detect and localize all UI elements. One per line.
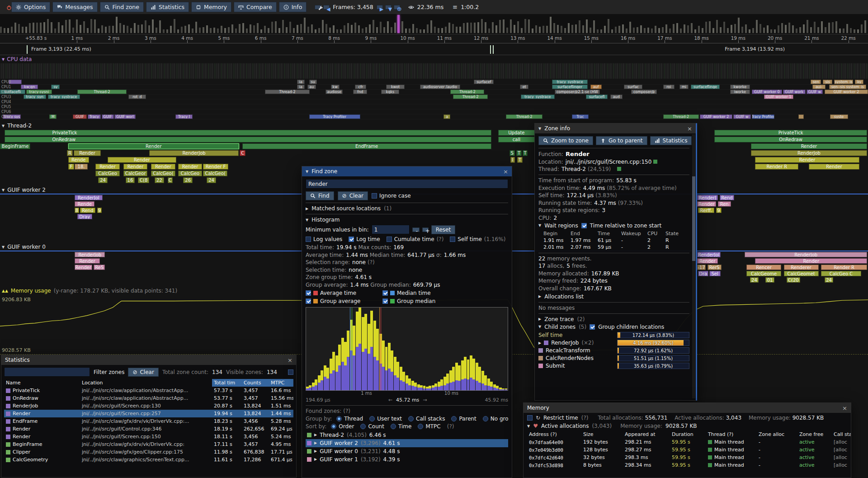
- cpu-zone[interactable]: GUIF: [73, 114, 87, 119]
- messages-button[interactable]: Messages: [52, 2, 97, 12]
- thread-value[interactable]: Thread-2: [561, 166, 586, 172]
- count-radio[interactable]: [360, 424, 366, 429]
- zone[interactable]: T: [523, 150, 528, 156]
- zone[interactable]: Update: [498, 130, 535, 136]
- zone[interactable]: CalcGeo(: [203, 170, 227, 176]
- cpu-zone[interactable]: kwot: [386, 85, 404, 89]
- cpu-zone[interactable]: a: [443, 114, 450, 119]
- memory-usage-header[interactable]: ▲▲ Memory usage (y-range: 178.27 KB, vis…: [2, 288, 177, 294]
- cpu-zone[interactable]: ia: [297, 80, 305, 84]
- zone[interactable]: RenderJob: [751, 150, 867, 156]
- radio-order[interactable]: Order: [331, 423, 354, 430]
- scrollbar-thumb[interactable]: [692, 176, 695, 261]
- zone[interactable]: F: [68, 164, 74, 170]
- cpu-zone[interactable]: surfaceflinger: [552, 85, 588, 89]
- increment-button[interactable]: +: [422, 227, 429, 232]
- zone[interactable]: Render: [68, 143, 239, 149]
- zone[interactable]: Render R: [755, 164, 798, 170]
- child-zone-row[interactable]: RecalcTransform72.92 μs (1.62%): [538, 347, 689, 355]
- log-time-checkbox[interactable]: [349, 237, 354, 242]
- zone[interactable]: RenderJol: [697, 252, 721, 257]
- zone[interactable]: Render: [751, 143, 867, 149]
- zone[interactable]: 22: [155, 177, 164, 183]
- cpu-zone[interactable]: kworke: [730, 85, 750, 89]
- legend-average-time[interactable]: Average time: [306, 290, 376, 296]
- col-header-thread[interactable]: Thread (?): [706, 431, 757, 438]
- cpu-zone[interactable]: Tracy Profiler: [309, 114, 360, 119]
- col-header-counts[interactable]: Counts: [242, 379, 269, 387]
- zone[interactable]: -17: [697, 265, 706, 270]
- zone-group-row[interactable]: ▶GUIF worker 2(3,296)4.61 s: [306, 439, 508, 447]
- zone-group-row[interactable]: ▶GUIF worker 0(3,231)4.48 s: [306, 447, 508, 455]
- no-grouping-radio[interactable]: [483, 416, 488, 421]
- location-value[interactable]: jni/../jni/src/guif/Screen.cpp:150: [566, 159, 652, 165]
- legend-median-time[interactable]: Median time: [382, 290, 453, 296]
- zone-group-row[interactable]: ▶Thread-2(4,105)6.46 s: [306, 431, 508, 439]
- cpu-zone[interactable]: Thread-2: [77, 90, 127, 94]
- group-median-checkbox[interactable]: [382, 298, 388, 304]
- col-header-address[interactable]: Address (?): [527, 431, 581, 438]
- col-header-zone-alloc[interactable]: Zone alloc: [757, 431, 797, 438]
- cpu-zone[interactable]: tracy_syn: [24, 95, 46, 99]
- cpu-zone[interactable]: GUIF worl: [114, 114, 135, 119]
- cpu-zone[interactable]: rot_d: [128, 95, 146, 99]
- zone[interactable]: Render: [75, 265, 92, 270]
- zone[interactable]: 26: [183, 177, 193, 183]
- zone[interactable]: Render: [697, 258, 718, 264]
- cpu-zone[interactable]: tracy_systrace: [48, 95, 80, 99]
- zone[interactable]: CalcGeo: [178, 170, 203, 176]
- radio-thread[interactable]: Thread: [336, 416, 363, 422]
- zone[interactable]: Render: [809, 164, 859, 170]
- cpu-zone[interactable]: surfaceflinge: [691, 85, 719, 89]
- stats-row[interactable]: EndFramejni/../jni/src/claw/gfx/drv/vk/D…: [4, 417, 293, 425]
- cpu-zone[interactable]: tracy_systrace: [521, 95, 555, 99]
- stats-row[interactable]: PrivateTickjni/../jni/src/claw/applicati…: [4, 387, 293, 394]
- cpu-zone[interactable]: Tracy: [88, 114, 101, 119]
- reset-button[interactable]: Reset: [431, 225, 456, 234]
- zone[interactable]: OnRedraw: [714, 137, 867, 142]
- radio-parent[interactable]: Parent: [451, 416, 476, 422]
- cpu-zone[interactable]: Tracy I: [175, 114, 193, 119]
- user-text-radio[interactable]: [369, 416, 375, 421]
- cpu-zone[interactable]: GUIF: [102, 114, 114, 119]
- zone[interactable]: RenderJol: [75, 195, 102, 200]
- stats-row[interactable]: Renderjni/../jni/src/guif/Control.cpp:34…: [4, 425, 293, 433]
- matched-locations-header[interactable]: ▶ Matched source locations (1): [306, 205, 508, 212]
- go-to-parent-button[interactable]: Go to parent: [596, 136, 647, 145]
- cpu-zone[interactable]: Thread-2: [265, 90, 310, 94]
- clear-button[interactable]: ⊘Clear: [338, 191, 368, 200]
- zone[interactable]: Rencer: [746, 265, 781, 270]
- cpu-zone[interactable]: tracy-sysni: [26, 90, 52, 94]
- filter-zones-input[interactable]: [4, 367, 90, 377]
- zone[interactable]: PrivateTick: [5, 130, 491, 136]
- cpu-zone[interactable]: GUIF worker 0: [752, 90, 782, 94]
- stats-row[interactable]: Renderjni/../jni/src/guif/Screen.cpp:257…: [4, 410, 293, 417]
- zone[interactable]: C: [240, 150, 245, 156]
- options-button[interactable]: Options: [11, 2, 50, 12]
- cpu-zone[interactable]: Tracy Profiler: [752, 114, 774, 119]
- zone-time-histogram[interactable]: [306, 307, 508, 391]
- zone[interactable]: Render F: [203, 164, 228, 170]
- statistics-titlebar[interactable]: Statistics ×: [1, 355, 296, 365]
- decrement-button[interactable]: -: [412, 227, 420, 232]
- zone[interactable]: EndFrame: [242, 143, 491, 149]
- option-cumulate-time[interactable]: Cumulate time(?): [387, 236, 444, 242]
- tools-button[interactable]: [315, 5, 321, 9]
- cpu-zone[interactable]: GUIF worker 2: [825, 90, 868, 94]
- zone[interactable]: Render R: [821, 265, 867, 270]
- cpu-zone[interactable]: cfr: [355, 85, 366, 89]
- cumulate-time-checkbox[interactable]: [387, 237, 392, 242]
- radio-no-grouping[interactable]: No grouping: [483, 416, 508, 422]
- radio-call-stacks[interactable]: Call stacks: [408, 416, 445, 422]
- zone[interactable]: RenderJ: [697, 195, 718, 200]
- cpu-zone[interactable]: Trac: [572, 114, 588, 119]
- stats-row[interactable]: Renderjni/../jni/src/guif/Screen.cpp:150…: [4, 433, 293, 440]
- group-children-checkbox[interactable]: [590, 324, 595, 330]
- cpu-zone[interactable]: ia: [297, 85, 305, 89]
- statistics-button[interactable]: Statistics: [650, 136, 692, 145]
- cpu-zone[interactable]: roi: [663, 85, 675, 89]
- allocations-list-header[interactable]: ▶ Allocations list: [538, 293, 689, 300]
- zone[interactable]: Rende: [75, 201, 94, 207]
- cpu-zone[interactable]: Thread-2: [663, 114, 699, 119]
- cpu-zone[interactable]: mi: [679, 85, 688, 89]
